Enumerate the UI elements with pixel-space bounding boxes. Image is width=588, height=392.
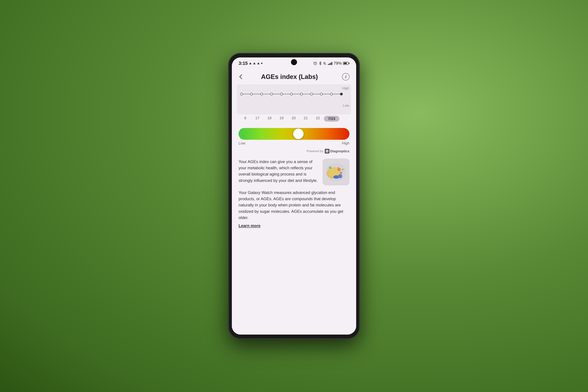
- status-time: 3:15: [238, 61, 248, 66]
- timeline-dot-2: [260, 93, 263, 96]
- status-icons-right: 79%: [313, 61, 350, 66]
- timeline-dot-0: [240, 93, 243, 96]
- date-labels: 6 17 18 19 20 21 22 7/23: [237, 114, 343, 123]
- gauge-low-label: Low: [238, 141, 245, 146]
- svg-point-11: [326, 163, 346, 181]
- gauge-bar: [238, 128, 350, 140]
- signal-icon: [328, 62, 332, 65]
- back-chevron-icon: [240, 74, 244, 79]
- timeline-dot-6: [300, 93, 303, 96]
- diagnoptics-icon: [325, 149, 330, 154]
- molecule-illustration: [322, 158, 350, 186]
- date-22: 22: [312, 116, 324, 122]
- camera-hole: [291, 59, 297, 65]
- timeline-dot-3: [270, 93, 273, 96]
- timeline-dot-9: [330, 93, 333, 96]
- date-21: 21: [300, 116, 312, 122]
- date-17: 17: [251, 116, 264, 122]
- camera-area: [291, 59, 297, 65]
- powered-text: Powered by Diagnoptics: [238, 149, 350, 154]
- status-icons-left: [249, 62, 262, 64]
- gauge-thumb: [293, 129, 304, 139]
- chart-high-label: High: [342, 86, 349, 90]
- powered-by-label: Powered by: [306, 149, 323, 153]
- alarm-icon: [313, 61, 317, 65]
- dot-icon: [261, 63, 262, 64]
- gauge-labels: Low High: [238, 141, 350, 146]
- app-content: AGEs index (Labs) i High Low: [232, 69, 356, 334]
- page-title: AGEs index (Labs): [245, 73, 334, 80]
- gauge-section: Low High: [232, 123, 356, 147]
- nav-icon-2: [253, 62, 256, 64]
- mute-icon: [323, 61, 326, 65]
- chart-wrapper: High Low: [237, 84, 351, 114]
- date-20: 20: [288, 116, 300, 122]
- battery-percent: 79%: [334, 61, 342, 66]
- nav-icon-3: [257, 62, 260, 64]
- description-paragraph-1: Your AGEs index can give you a sense of …: [238, 158, 319, 186]
- phone-device: 3:15: [228, 53, 360, 339]
- timeline-dot-4: [280, 93, 283, 96]
- timeline-dots: [240, 93, 343, 96]
- info-icon: i: [345, 74, 346, 80]
- diagnoptics-logo: Diagnoptics: [325, 149, 350, 154]
- molecule-svg: [324, 160, 348, 184]
- diag-svg-icon: [326, 150, 328, 153]
- timeline-dot-7: [310, 93, 313, 96]
- date-723: 7/23: [324, 116, 339, 122]
- info-button[interactable]: i: [342, 73, 350, 80]
- chart-low-label: Low: [343, 104, 349, 108]
- powered-by-section: Powered by Diagnoptics: [232, 147, 356, 154]
- chart-area: High Low: [232, 84, 356, 123]
- bluetooth-icon: [318, 61, 322, 65]
- phone-screen: 3:15: [232, 58, 356, 334]
- status-bar: 3:15: [232, 58, 356, 69]
- app-header: AGEs index (Labs) i: [232, 69, 356, 84]
- timeline-dot-8: [320, 93, 323, 96]
- gauge-bar-wrapper: [238, 128, 350, 140]
- back-button[interactable]: [237, 72, 245, 81]
- desc-block-1: Your AGEs index can give you a sense of …: [238, 158, 350, 186]
- learn-more-link[interactable]: Learn more: [238, 224, 260, 228]
- chart-timeline: [240, 93, 343, 96]
- timeline-dot-1: [250, 93, 253, 96]
- date-19: 19: [276, 116, 288, 122]
- diagnoptics-name: Diagnoptics: [330, 149, 350, 153]
- description-paragraph-2: Your Galaxy Watch measures advanced glyc…: [238, 190, 350, 221]
- timeline-dot-5: [290, 93, 293, 96]
- description-area: Your AGEs index can give you a sense of …: [232, 154, 356, 334]
- date-18: 18: [264, 116, 276, 122]
- gauge-high-label: High: [342, 141, 350, 146]
- nav-icon: [249, 62, 252, 64]
- battery-icon: [343, 62, 350, 65]
- date-6: 6: [239, 116, 251, 122]
- timeline-dot-10: [340, 93, 343, 96]
